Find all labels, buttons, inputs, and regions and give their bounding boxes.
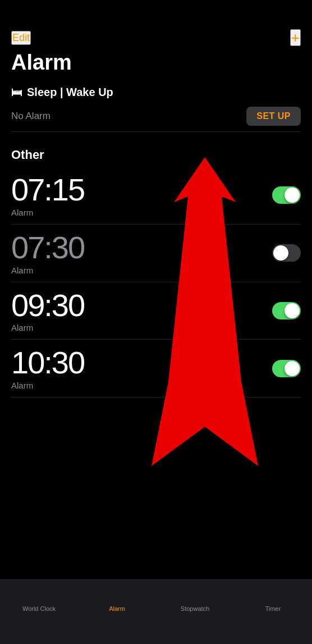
alarm-info: 09:30Alarm bbox=[11, 289, 84, 333]
tab-alarm-label: Alarm bbox=[109, 605, 125, 612]
status-bar bbox=[0, 0, 312, 25]
alarm-label: Alarm bbox=[11, 381, 84, 390]
alarm-label: Alarm bbox=[11, 208, 84, 217]
alarm-list: 07:15Alarm07:30Alarm09:30Alarm10:30Alarm bbox=[0, 167, 312, 398]
edit-button[interactable]: Edit bbox=[11, 31, 31, 45]
tab-stopwatch-label: Stopwatch bbox=[181, 605, 209, 612]
no-alarm-label: No Alarm bbox=[11, 111, 51, 122]
sleep-row: No Alarm SET UP bbox=[11, 99, 301, 132]
tab-world-clock[interactable]: World Clock bbox=[0, 586, 78, 612]
setup-button[interactable]: SET UP bbox=[246, 107, 301, 126]
alarm-time: 07:15 bbox=[11, 173, 84, 207]
tab-alarm[interactable]: Alarm bbox=[78, 586, 156, 612]
alarm-item[interactable]: 07:15Alarm bbox=[11, 167, 301, 225]
alarm-toggle[interactable] bbox=[272, 244, 301, 262]
alarm-time: 09:30 bbox=[11, 289, 84, 322]
alarm-item[interactable]: 09:30Alarm bbox=[11, 282, 301, 340]
alarm-info: 07:30Alarm bbox=[11, 231, 84, 275]
sleep-header: 🛏 Sleep | Wake Up bbox=[11, 86, 301, 99]
tab-stopwatch[interactable]: Stopwatch bbox=[156, 586, 234, 612]
nav-bar: Edit + bbox=[0, 25, 312, 48]
alarm-time: 10:30 bbox=[11, 346, 84, 380]
bed-icon: 🛏 bbox=[11, 86, 22, 99]
tab-timer[interactable]: Timer bbox=[234, 586, 312, 612]
tab-world-clock-label: World Clock bbox=[22, 605, 56, 612]
page-title: Alarm bbox=[0, 48, 312, 79]
alarm-toggle[interactable] bbox=[272, 360, 301, 377]
sleep-header-label: Sleep | Wake Up bbox=[27, 86, 113, 99]
alarm-toggle[interactable] bbox=[272, 302, 301, 319]
other-section-header: Other bbox=[0, 136, 312, 167]
other-title: Other bbox=[11, 148, 301, 162]
alarm-label: Alarm bbox=[11, 323, 84, 332]
alarm-item[interactable]: 07:30Alarm bbox=[11, 225, 301, 282]
alarm-item[interactable]: 10:30Alarm bbox=[11, 340, 301, 398]
alarm-toggle[interactable] bbox=[272, 186, 301, 204]
alarm-label: Alarm bbox=[11, 266, 84, 275]
tab-bar: World Clock Alarm Stopwatch Timer bbox=[0, 579, 312, 644]
sleep-section: 🛏 Sleep | Wake Up No Alarm SET UP bbox=[0, 79, 312, 136]
add-alarm-button[interactable]: + bbox=[290, 29, 301, 46]
alarm-info: 07:15Alarm bbox=[11, 173, 84, 217]
alarm-time: 07:30 bbox=[11, 231, 84, 264]
tab-timer-label: Timer bbox=[265, 605, 281, 612]
alarm-info: 10:30Alarm bbox=[11, 346, 84, 390]
